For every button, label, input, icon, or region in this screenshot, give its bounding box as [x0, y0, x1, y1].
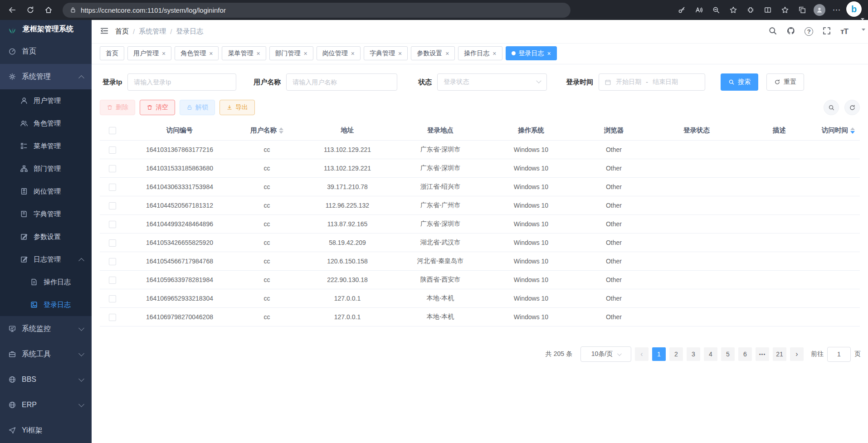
table-row[interactable]: 1641069798270046208 cc 127.0.0.1 本地-本机 W… — [100, 308, 860, 326]
collapse-sidebar-icon[interactable] — [100, 26, 109, 37]
sort-icon[interactable] — [279, 127, 283, 134]
row-checkbox[interactable] — [109, 258, 116, 265]
bing-copilot-button[interactable]: b — [846, 1, 863, 19]
sidebar-item-system-monitoring[interactable]: 系统监控 — [0, 316, 92, 341]
home-icon[interactable] — [41, 2, 56, 18]
sidebar-item-department-management[interactable]: 部门管理 — [0, 157, 92, 180]
font-size-icon[interactable]: ᴛT — [840, 27, 848, 36]
close-icon[interactable]: × — [209, 50, 213, 57]
table-row[interactable]: 1641031367863177216 cc 113.102.129.221 广… — [100, 141, 860, 159]
table-row[interactable]: 1641054566717984768 cc 120.6.150.158 河北省… — [100, 252, 860, 271]
page-button-21[interactable]: 21 — [773, 347, 786, 361]
github-icon[interactable] — [786, 26, 795, 37]
sidebar-item-operation-log[interactable]: 操作日志 — [0, 271, 92, 293]
close-icon[interactable]: × — [493, 50, 496, 57]
sort-icon[interactable] — [850, 127, 855, 134]
row-checkbox[interactable] — [109, 165, 116, 172]
page-button-3[interactable]: 3 — [687, 347, 700, 361]
tab-home[interactable]: 首页 — [100, 46, 124, 60]
address-bar[interactable]: https://ccnetcore.com:1101/system/log/lo… — [63, 3, 571, 18]
close-icon[interactable]: × — [351, 50, 355, 57]
browser-profile-avatar[interactable] — [812, 2, 827, 18]
settings-more-icon[interactable]: ⋯ — [829, 2, 844, 18]
page-button-6[interactable]: 6 — [738, 347, 752, 361]
fullscreen-icon[interactable] — [822, 26, 831, 37]
select-all-checkbox[interactable] — [109, 127, 116, 134]
help-icon[interactable]: ? — [805, 27, 813, 36]
tab-user-management[interactable]: 用户管理× — [127, 46, 171, 60]
row-checkbox[interactable] — [109, 314, 116, 321]
table-row[interactable]: 1641031533185863680 cc 113.102.129.221 广… — [100, 159, 860, 178]
breadcrumb-system[interactable]: 系统管理 — [139, 27, 166, 36]
favorites-bar-icon[interactable] — [777, 2, 793, 18]
page-button-5[interactable]: 5 — [721, 347, 735, 361]
table-row[interactable]: 1641069652933218304 cc 127.0.0.1 本地-本机 W… — [100, 289, 860, 308]
sidebar-item-system-management[interactable]: 系统管理 — [0, 64, 92, 89]
row-checkbox[interactable] — [109, 221, 116, 228]
close-icon[interactable]: × — [547, 50, 551, 57]
refresh-icon[interactable] — [23, 2, 38, 18]
close-icon[interactable]: × — [162, 50, 166, 57]
toggle-search-button[interactable] — [824, 100, 839, 115]
close-icon[interactable]: × — [304, 50, 307, 57]
table-row[interactable]: 1641043063331753984 cc 39.171.210.78 浙江省… — [100, 178, 860, 196]
breadcrumb-home[interactable]: 首页 — [115, 27, 129, 36]
tab-post-management[interactable]: 岗位管理× — [317, 46, 361, 60]
login-ip-input[interactable] — [127, 73, 236, 91]
sidebar-item-log-management[interactable]: 日志管理 — [0, 248, 92, 271]
sidebar-item-home[interactable]: 首页 — [0, 39, 92, 64]
row-checkbox[interactable] — [109, 295, 116, 302]
sidebar-item-role-management[interactable]: 角色管理 — [0, 112, 92, 135]
search-icon[interactable] — [768, 26, 777, 37]
page-size-select[interactable]: 10条/页 — [580, 346, 631, 362]
page-button-1[interactable]: 1 — [652, 347, 666, 361]
page-ellipsis[interactable]: ••• — [756, 347, 769, 361]
back-icon[interactable] — [5, 2, 20, 18]
goto-page-input[interactable] — [827, 347, 851, 362]
row-checkbox[interactable] — [109, 277, 116, 284]
date-range-picker[interactable]: 开始日期 - 结束日期 — [599, 73, 705, 91]
split-screen-icon[interactable] — [760, 2, 775, 18]
export-button[interactable]: 导出 — [219, 100, 255, 115]
tab-menu-management[interactable]: 菜单管理× — [222, 46, 266, 60]
sidebar-item-system-tools[interactable]: 系统工具 — [0, 341, 92, 367]
tab-department-management[interactable]: 部门管理× — [269, 46, 313, 60]
sidebar-item-post-management[interactable]: 岗位管理 — [0, 180, 92, 203]
zoom-out-icon[interactable] — [708, 2, 724, 18]
sidebar-item-bbs[interactable]: BBS — [0, 367, 92, 392]
col-user-name[interactable]: 用户名称 — [234, 121, 300, 141]
extensions-icon[interactable] — [743, 2, 758, 18]
status-select[interactable]: 登录状态 — [437, 73, 547, 91]
tab-login-log[interactable]: 登录日志× — [506, 46, 557, 60]
page-button-2[interactable]: 2 — [669, 347, 683, 361]
read-aloud-icon[interactable] — [691, 2, 707, 18]
search-button[interactable]: 搜索 — [721, 73, 758, 91]
delete-button[interactable]: 删除 — [100, 100, 135, 115]
col-access-time[interactable]: 访问时间 — [817, 121, 860, 141]
password-key-icon[interactable] — [674, 2, 689, 18]
next-page-button[interactable]: › — [790, 347, 804, 361]
tab-role-management[interactable]: 角色管理× — [175, 46, 219, 60]
row-checkbox[interactable] — [109, 184, 116, 191]
sidebar-item-erp[interactable]: ERP — [0, 392, 92, 418]
unlock-button[interactable]: 解锁 — [180, 100, 215, 115]
sidebar-item-yi-framework[interactable]: Yi框架 — [0, 418, 92, 443]
page-button-4[interactable]: 4 — [704, 347, 717, 361]
sidebar-item-parameter-settings[interactable]: 参数设置 — [0, 225, 92, 248]
tab-dictionary-management[interactable]: 字典管理× — [364, 46, 408, 60]
row-checkbox[interactable] — [109, 239, 116, 247]
refresh-table-button[interactable] — [844, 100, 860, 115]
table-row[interactable]: 1641044993248464896 cc 113.87.92.165 广东省… — [100, 215, 860, 234]
sidebar-item-user-management[interactable]: 用户管理 — [0, 89, 92, 112]
reset-button[interactable]: 重置 — [766, 73, 804, 91]
table-row[interactable]: 1641053426655825920 cc 58.19.42.209 湖北省-… — [100, 234, 860, 252]
collections-icon[interactable] — [795, 2, 810, 18]
row-checkbox[interactable] — [109, 146, 116, 154]
close-icon[interactable]: × — [445, 50, 449, 57]
clear-button[interactable]: 清空 — [140, 100, 175, 115]
favorites-add-star-icon[interactable] — [726, 2, 741, 18]
user-name-input[interactable] — [286, 73, 397, 91]
tab-parameter-settings[interactable]: 参数设置× — [411, 46, 455, 60]
prev-page-button[interactable]: ‹ — [635, 347, 649, 361]
close-icon[interactable]: × — [256, 50, 260, 57]
